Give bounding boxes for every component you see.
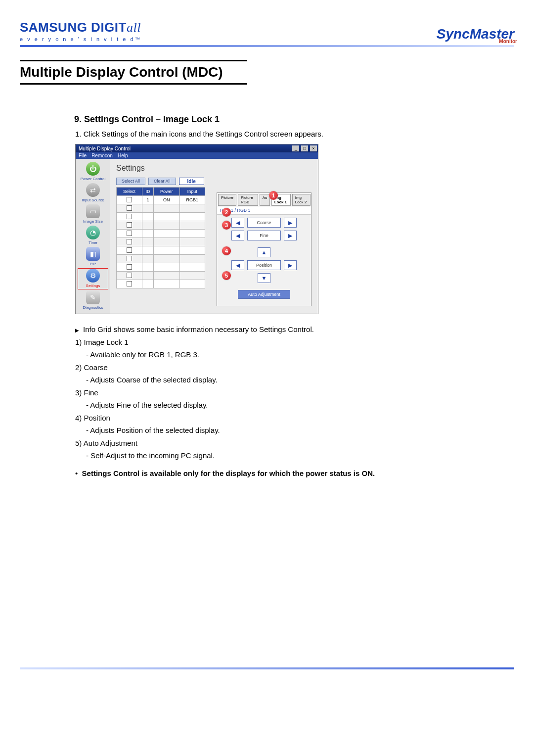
- position-down-button[interactable]: ▼: [258, 273, 270, 283]
- row-checkbox[interactable]: [127, 239, 132, 244]
- maximize-button[interactable]: □: [301, 145, 308, 151]
- row-checkbox[interactable]: [127, 214, 132, 219]
- app-window-title: Multiple Display Control: [77, 146, 131, 151]
- sidebar: ⏻ Power Control ⇄ Input Source ▭ Image S…: [76, 159, 110, 314]
- fine-label: Fine: [247, 231, 281, 240]
- sidebar-item-settings[interactable]: ⚙ Settings: [78, 268, 108, 289]
- app-titlebar: Multiple Display Control _ □ ×: [76, 144, 318, 152]
- sidebar-item-power-control[interactable]: ⏻ Power Control: [78, 162, 108, 182]
- minimize-button[interactable]: _: [292, 145, 299, 151]
- col-input: Input: [179, 188, 205, 196]
- note-1a: 1) Image Lock 1: [75, 338, 129, 346]
- table-row[interactable]: [117, 221, 205, 230]
- position-right-button[interactable]: ▶: [284, 260, 297, 270]
- callout-4: 4: [222, 246, 231, 255]
- idle-button[interactable]: Idle: [179, 178, 204, 185]
- coarse-right-button[interactable]: ▶: [284, 218, 297, 228]
- coarse-left-button[interactable]: ◀: [231, 218, 244, 228]
- callout-2: 2: [222, 208, 231, 217]
- table-row[interactable]: [117, 263, 205, 272]
- table-row[interactable]: [117, 272, 205, 280]
- control-panel: Picture Picture RGB Au Img Lock 1 Img Lo…: [217, 192, 312, 306]
- row-checkbox[interactable]: [127, 281, 132, 286]
- note-4a: 4) Position: [75, 414, 110, 422]
- header-rule: [20, 45, 514, 47]
- position-label: Position: [247, 260, 281, 270]
- position-down-row: ▼: [217, 273, 311, 283]
- note-2a: 2) Coarse: [75, 363, 108, 372]
- table-row[interactable]: [117, 204, 205, 213]
- note-3b: - Adjusts Fine of the selected display.: [86, 399, 451, 412]
- table-row[interactable]: [117, 230, 205, 238]
- row-checkbox[interactable]: [127, 205, 132, 211]
- position-left-button[interactable]: ◀: [231, 260, 244, 270]
- position-up-row: ▲: [217, 247, 311, 257]
- time-icon: ◔: [86, 226, 100, 239]
- fine-right-button[interactable]: ▶: [284, 231, 297, 240]
- diagnostics-icon: ✎: [86, 290, 100, 304]
- input-source-icon: ⇄: [86, 183, 100, 197]
- note-5a: 5) Auto Adjustment: [75, 439, 137, 447]
- sidebar-item-image-size[interactable]: ▭ Image Size: [78, 204, 108, 225]
- row-checkbox[interactable]: [127, 264, 132, 270]
- auto-row: Auto Adjustment: [217, 290, 311, 299]
- table-row[interactable]: 1 ON RGB1: [117, 196, 205, 204]
- row-checkbox[interactable]: [127, 197, 132, 202]
- row-checkbox[interactable]: [127, 231, 132, 236]
- sidebar-item-input-source[interactable]: ⇄ Input Source: [78, 183, 108, 203]
- note-4b: - Adjusts Position of the selected displ…: [86, 424, 451, 437]
- close-button[interactable]: ×: [310, 145, 317, 151]
- table-row[interactable]: [117, 246, 205, 255]
- note-footnote: Settings Control is available only for t…: [82, 469, 375, 477]
- select-all-button[interactable]: Select All: [116, 178, 145, 185]
- table-row[interactable]: [117, 255, 205, 263]
- tabs-top: Picture Picture RGB Au Img Lock 1 Img Lo…: [217, 193, 311, 206]
- col-select: Select: [117, 188, 142, 196]
- note-intro: Info Grid shows some basic information n…: [75, 325, 314, 333]
- brand-italic: all: [127, 20, 141, 35]
- row-checkbox[interactable]: [127, 256, 132, 261]
- note-5b: - Self-Adjust to the incoming PC signal.: [86, 449, 451, 462]
- row-checkbox[interactable]: [127, 247, 132, 253]
- tab-img-lock-2[interactable]: Img Lock 2: [292, 194, 311, 206]
- info-grid: Select ID Power Input 1 ON RGB1: [116, 187, 205, 288]
- col-power: Power: [153, 188, 179, 196]
- tab-picture-rgb[interactable]: Picture RGB: [238, 194, 258, 206]
- table-row[interactable]: [117, 280, 205, 288]
- row-checkbox[interactable]: [127, 273, 132, 278]
- notes: Info Grid shows some basic information n…: [75, 323, 451, 479]
- sidebar-item-diagnostics[interactable]: ✎ Diagnostics: [78, 290, 108, 311]
- position-up-button[interactable]: ▲: [258, 247, 270, 257]
- table-row[interactable]: [117, 213, 205, 221]
- callout-5: 5: [222, 271, 231, 280]
- position-row: ◀ Position ▶: [217, 260, 311, 270]
- image-size-icon: ▭: [86, 204, 100, 218]
- app-window: Multiple Display Control _ □ × File Remo…: [75, 144, 318, 314]
- coarse-label: Coarse: [247, 218, 281, 228]
- row-checkbox[interactable]: [127, 222, 132, 228]
- brand-tagline: e v e r y o n e ' s i n v i t e d™: [20, 36, 142, 42]
- section-step: 1. Click Settings of the main icons and …: [75, 129, 514, 139]
- menu-remocon[interactable]: Remocon: [91, 153, 113, 158]
- sidebar-item-pip[interactable]: ◧ PIP: [78, 247, 108, 267]
- footer-rule: [20, 667, 514, 669]
- menu-file[interactable]: File: [79, 153, 87, 158]
- main-area: Settings Select All Clear All Idle Selec…: [110, 159, 318, 314]
- subtab-rgb: RGB 1 / RGB 3: [217, 206, 311, 215]
- page-header: SAMSUNG DIGITall e v e r y o n e ' s i n…: [20, 20, 514, 42]
- note-1b: - Available only for RGB 1, RGB 3.: [86, 348, 451, 361]
- app-menubar: File Remocon Help: [76, 152, 318, 159]
- note-2b: - Adjusts Coarse of the selected display…: [86, 374, 451, 386]
- table-row[interactable]: [117, 238, 205, 246]
- sidebar-item-time[interactable]: ◔ Time: [78, 226, 108, 246]
- fine-left-button[interactable]: ◀: [231, 231, 244, 240]
- page-title: Multiple Display Control (MDC): [20, 64, 247, 80]
- title-band: Multiple Display Control (MDC): [20, 60, 247, 85]
- power-icon: ⏻: [86, 162, 100, 176]
- auto-adjustment-button[interactable]: Auto Adjustment: [238, 290, 290, 299]
- settings-icon: ⚙: [86, 269, 100, 283]
- menu-help[interactable]: Help: [118, 153, 128, 158]
- tab-picture[interactable]: Picture: [218, 194, 236, 206]
- tab-audio[interactable]: Au: [260, 194, 270, 206]
- clear-all-button[interactable]: Clear All: [148, 178, 176, 185]
